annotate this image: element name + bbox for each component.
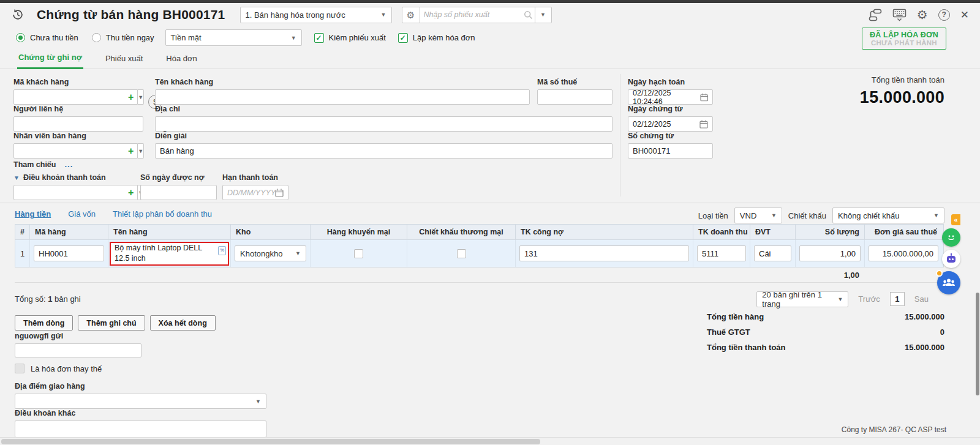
vertical-scrollbar-thumb[interactable] (976, 293, 979, 395)
col-revenue-account[interactable]: TK doanh thu (693, 225, 750, 239)
subtab-phan-bo-doanh-thu[interactable]: Thiết lập phân bổ doanh thu (113, 209, 212, 219)
reference-more-link[interactable]: ... (64, 160, 73, 169)
payment-method-dropdown[interactable]: Tiền mặt ▼ (165, 29, 302, 46)
warehouse-dropdown[interactable]: Khotongkho▼ (235, 245, 306, 261)
keyboard-icon[interactable] (892, 9, 907, 21)
item-name-lookup-icon[interactable]: % (218, 246, 226, 255)
customer-code-input[interactable] (18, 92, 126, 102)
current-page-box[interactable]: 1 (890, 292, 905, 306)
next-page-button[interactable]: Sau (914, 294, 929, 304)
add-icon[interactable]: + (128, 92, 134, 102)
payment-terms-input[interactable] (18, 188, 126, 197)
col-unit-price[interactable]: Đơn giá sau thuế (865, 225, 942, 239)
col-index[interactable]: # (15, 225, 30, 239)
unit-price-input[interactable] (869, 245, 938, 261)
add-note-button[interactable]: Thêm ghi chú (78, 315, 145, 331)
workflow-icon[interactable] (869, 9, 882, 21)
collapse-icon[interactable]: ▼ (13, 174, 20, 181)
subtab-hang-tien[interactable]: Hàng tiền (15, 209, 51, 219)
search-dropdown-button[interactable]: ▼ (535, 7, 552, 23)
tax-code-input[interactable] (537, 89, 612, 105)
salesperson-field: Nhân viên bán hàng + ▼ (13, 132, 143, 159)
tab-chung-tu-ghi-no[interactable]: Chứng từ ghi nợ (17, 53, 83, 69)
item-name-cell-highlighted[interactable]: Bộ máy tính Laptop DELL 12.5 inch % (110, 242, 229, 266)
radio-collect-now[interactable] (92, 33, 101, 42)
chevron-down-icon: ▼ (255, 398, 261, 405)
voucher-form: Mã khách hàng + ▼ $ Tên khách hàng Mã số… (0, 69, 980, 203)
col-promo[interactable]: Hàng khuyến mại (311, 225, 407, 239)
promo-checkbox[interactable] (354, 249, 363, 258)
add-icon[interactable]: + (128, 146, 134, 156)
close-icon[interactable]: ✕ (960, 9, 969, 21)
posting-date-input[interactable]: 02/12/2025 10:24:46 (628, 89, 713, 105)
contact-input[interactable] (13, 116, 143, 132)
horizontal-scrollbar[interactable] (0, 437, 980, 445)
records-row: Tổng số: 1 bản ghi 20 bản ghi trên 1 tra… (15, 291, 965, 307)
chevron-down-icon: ▼ (771, 212, 777, 219)
credit-days-input[interactable] (140, 185, 217, 200)
tab-phieu-xuat[interactable]: Phiếu xuất (104, 54, 144, 69)
customer-code-field: Mã khách hàng + ▼ (13, 78, 143, 105)
doc-type-dropdown[interactable]: 1. Bán hàng hóa trong nước ▼ (240, 7, 392, 23)
col-receivable-account[interactable]: TK công nợ (516, 225, 693, 239)
address-input[interactable] (155, 116, 612, 132)
tab-hoa-don[interactable]: Hóa đơn (165, 54, 198, 69)
col-trade-discount[interactable]: Chiết khấu thương mại (407, 225, 516, 239)
customer-code-dropdown-button[interactable]: ▼ (138, 89, 144, 105)
checkbox-delivery-note[interactable]: ✓ (314, 33, 324, 43)
radio-not-collected-label: Chưa thu tiền (30, 33, 78, 42)
discount-dropdown[interactable]: Không chiết khấu▼ (832, 208, 944, 223)
salesperson-dropdown-button[interactable]: ▼ (138, 143, 144, 159)
col-unit[interactable]: ĐVT (750, 225, 796, 239)
page-size-dropdown[interactable]: 20 bản ghi trên 1 trang▼ (756, 291, 848, 307)
document-tabs: Chứng từ ghi nợ Phiếu xuất Hóa đơn (0, 49, 980, 69)
community-users-icon[interactable] (937, 271, 960, 294)
totals-panel: Tổng tiền hàng 15.000.000 Thuế GTGT 0 Tổ… (707, 312, 944, 358)
add-row-button[interactable]: Thêm dòng (15, 315, 73, 331)
doc-no-input[interactable] (628, 143, 713, 159)
history-icon[interactable] (11, 8, 24, 21)
salesperson-input[interactable] (18, 146, 126, 155)
floating-chat-widgets: « (937, 214, 960, 294)
radio-collect-now-label: Thu tiền ngay (106, 33, 154, 42)
support-chat-icon[interactable] (942, 228, 960, 247)
col-item-name[interactable]: Tên hàng (108, 225, 231, 239)
add-icon[interactable]: + (128, 188, 134, 198)
receivable-account-input[interactable] (519, 245, 689, 261)
search-settings-button[interactable]: ⚙ (402, 7, 420, 23)
table-row[interactable]: 1 Bộ máy tính Laptop DELL 12.5 inch % Kh… (15, 240, 944, 267)
revenue-account-input[interactable] (697, 245, 746, 261)
tax-code-field: Mã số thuế (537, 78, 612, 105)
unit-input[interactable] (754, 245, 791, 261)
search-input[interactable] (424, 10, 524, 19)
grand-total-row: Tổng tiền thanh toán 15.000.000 (707, 343, 944, 352)
assistant-bot-icon[interactable] (942, 250, 960, 268)
delivery-location-dropdown[interactable]: ▼ (15, 394, 266, 409)
customer-name-input[interactable] (155, 89, 530, 105)
currency-dropdown[interactable]: VND▼ (734, 208, 782, 223)
col-warehouse[interactable]: Kho (231, 225, 311, 239)
horizontal-scrollbar-thumb[interactable] (1, 439, 540, 444)
notification-dot (936, 270, 943, 277)
help-icon[interactable]: ? (938, 9, 950, 21)
search-icon[interactable] (524, 10, 533, 20)
checkbox-with-invoice[interactable]: ✓ (398, 33, 408, 43)
description-input[interactable] (155, 143, 612, 159)
widget-collapse-tab[interactable]: « (951, 214, 960, 225)
col-item-code[interactable]: Mã hàng (30, 225, 108, 239)
delete-all-rows-button[interactable]: Xóa hết dòng (150, 315, 216, 331)
replacement-invoice-checkbox[interactable] (15, 364, 24, 373)
sender-input[interactable] (15, 343, 141, 357)
settings-icon[interactable]: ⚙ (917, 9, 928, 21)
col-quantity[interactable]: Số lượng (796, 225, 865, 239)
delivery-location-field: Địa điểm giao hàng ▼ (15, 382, 266, 409)
doc-date-input[interactable]: 02/12/2025 (628, 116, 713, 132)
trade-discount-checkbox[interactable] (457, 249, 466, 258)
prev-page-button[interactable]: Trước (858, 294, 880, 304)
quantity-input[interactable] (799, 245, 861, 261)
due-date-input[interactable] (227, 189, 275, 197)
radio-not-collected[interactable] (16, 33, 25, 42)
item-code-input[interactable] (34, 245, 104, 261)
other-terms-input[interactable] (15, 421, 266, 438)
subtab-gia-von[interactable]: Giá vốn (68, 209, 96, 219)
